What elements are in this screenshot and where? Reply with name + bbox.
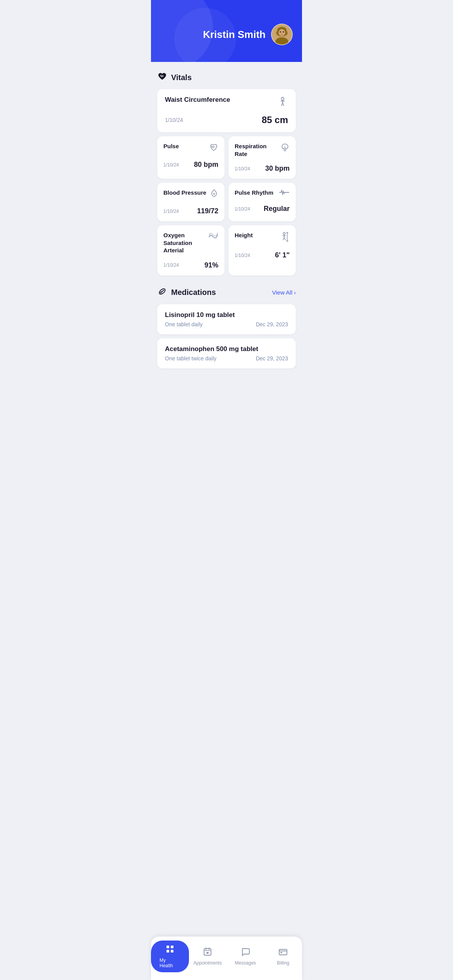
respiration-value: 30 bpm [265,164,290,173]
vitals-title-group: Vitals [157,71,192,84]
view-all-label: View All [272,289,292,296]
oxygen-value: 91% [204,261,218,269]
med-date-0: Dec 29, 2023 [256,321,288,327]
svg-line-19 [283,238,284,240]
pr-card-top: Pulse Rhythm [235,189,290,198]
pulse-card[interactable]: Pulse 1/10/24 80 bpm [157,136,225,179]
svg-line-13 [283,103,284,106]
bp-icon [210,189,218,200]
height-card-top: Height [235,231,290,244]
waist-label: Waist Circumference [165,96,230,104]
oxygen-card-bottom: 1/10/24 91% [163,261,218,269]
respiration-card[interactable]: Respiration Rate 1/10/24 30 bpm [228,136,296,179]
svg-point-16 [283,232,285,235]
oxygen-card[interactable]: Oxygen Saturation Arterial 1/10/24 91% [157,225,225,276]
svg-point-4 [279,29,285,36]
respiration-icon [280,142,290,154]
vitals-section-header: Vitals [157,71,296,84]
pr-card-bottom: 1/10/24 Regular [235,205,290,213]
medications-section-header: Medications View All › [157,286,296,299]
med-dosage-0: One tablet daily [165,321,202,327]
vitals-grid-row3: Oxygen Saturation Arterial 1/10/24 91% H… [157,225,296,276]
med-dosage-1: One tablet twice daily [165,355,216,362]
vitals-icon [157,71,167,84]
respiration-date: 1/10/24 [235,166,250,171]
pr-label: Pulse Rhythm [235,189,273,197]
medication-card-0[interactable]: Lisinopril 10 mg tablet One tablet daily… [157,304,296,334]
height-card[interactable]: Height [228,225,296,276]
svg-point-15 [213,193,215,195]
waist-value: 85 cm [262,115,288,125]
respiration-label: Respiration Rate [235,142,278,158]
avatar[interactable] [271,24,293,45]
header: Kristin Smith [151,0,302,62]
oxygen-card-top: Oxygen Saturation Arterial [163,231,218,254]
medications-icon [157,286,167,299]
med-name-1: Acetaminophen 500 mg tablet [165,345,288,353]
pr-value: Regular [264,205,290,213]
med-bottom-0: One tablet daily Dec 29, 2023 [165,321,288,327]
waist-card-top: Waist Circumference [165,96,288,109]
bp-value: 119/72 [197,207,218,215]
med-name-0: Lisinopril 10 mg tablet [165,311,288,319]
respiration-card-top: Respiration Rate [235,142,290,158]
svg-point-9 [281,98,284,100]
blood-pressure-card[interactable]: Blood Pressure 1/10/24 119/72 [157,183,225,221]
view-all-button[interactable]: View All › [272,289,296,296]
medications-section: Medications View All › Lisinopril 10 mg … [157,286,296,368]
vitals-title: Vitals [171,73,192,82]
pulse-date: 1/10/24 [163,162,179,168]
oxygen-date: 1/10/24 [163,262,179,268]
med-date-1: Dec 29, 2023 [256,355,288,362]
svg-line-20 [284,238,285,240]
pulse-card-top: Pulse [163,142,218,154]
height-value: 6' 1" [275,251,290,259]
waist-card-bottom: 1/10/24 85 cm [165,115,288,125]
user-name: Kristin Smith [203,29,266,41]
height-card-bottom: 1/10/24 6' 1" [235,251,290,259]
waist-icon [277,96,288,109]
pulse-rhythm-card[interactable]: Pulse Rhythm 1/10/24 Regular [228,183,296,221]
pr-icon [279,189,290,198]
vitals-grid-row1: Pulse 1/10/24 80 bpm Respiration Rate [157,136,296,179]
header-content: Kristin Smith [203,24,293,45]
waist-circumference-card[interactable]: Waist Circumference 1/10/24 85 cm [157,89,296,132]
pr-date: 1/10/24 [235,206,250,212]
main-content: Vitals Waist Circumference 1/10/24 [151,62,302,415]
height-label: Height [235,231,253,239]
respiration-card-bottom: 1/10/24 30 bpm [235,164,290,173]
pulse-icon [209,142,218,154]
svg-point-6 [283,31,284,33]
bp-date: 1/10/24 [163,209,179,214]
medications-title-group: Medications [157,286,216,299]
oxygen-icon [208,231,218,242]
vitals-grid-row2: Blood Pressure 1/10/24 119/72 Pulse Rhyt… [157,183,296,221]
bp-label: Blood Pressure [163,189,206,197]
medication-card-1[interactable]: Acetaminophen 500 mg tablet One tablet t… [157,338,296,368]
svg-point-7 [281,33,282,34]
height-date: 1/10/24 [235,253,250,258]
med-bottom-1: One tablet twice daily Dec 29, 2023 [165,355,288,362]
svg-point-5 [280,31,281,33]
bp-card-top: Blood Pressure [163,189,218,200]
bp-card-bottom: 1/10/24 119/72 [163,207,218,215]
oxygen-label: Oxygen Saturation Arterial [163,231,206,254]
chevron-right-icon: › [294,289,296,296]
pulse-value: 80 bpm [194,161,218,169]
height-icon [279,231,290,244]
medications-title: Medications [171,288,216,297]
pulse-label: Pulse [163,142,179,150]
vitals-section: Vitals Waist Circumference 1/10/24 [157,71,296,276]
pulse-card-bottom: 1/10/24 80 bpm [163,161,218,169]
waist-date: 1/10/24 [165,117,183,123]
